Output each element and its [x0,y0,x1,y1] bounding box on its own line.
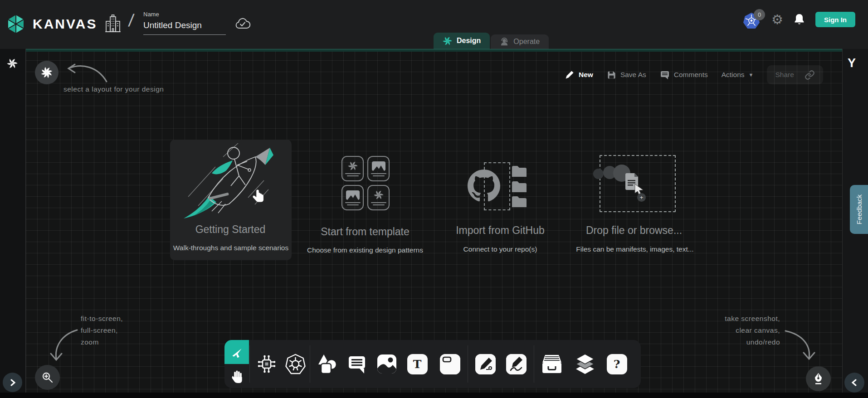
tab-operate[interactable]: Operate [491,34,549,49]
import-github-card[interactable] [467,170,531,215]
cloud-check-icon [234,17,251,31]
text-tool-button[interactable]: T [405,340,429,388]
comments-button[interactable]: Comments [660,70,708,80]
tab-design[interactable]: Design [434,33,490,49]
question-mark-icon: ? [607,354,627,374]
kanvas-app: KANVAS / Name Untitled Design [0,0,868,398]
getting-started-card[interactable] [170,140,292,260]
template-tile-pinwheel-icon [367,185,390,210]
comment-lines-icon [347,354,367,374]
circuit-node-icon [256,354,277,374]
cursor-icon [230,345,244,359]
pen-path-icon [475,354,496,374]
drop-subtitle: Files can be manifests, images, text... [535,245,735,253]
caret-down-icon: ▼ [749,72,754,78]
notification-count-badge: 0 [754,9,765,20]
logo-wordmark: KANVAS [33,16,97,32]
layers-icon [574,353,596,375]
comment-icon [660,70,670,80]
bell-icon[interactable] [793,13,805,26]
image-icon [376,354,397,374]
drawer-icon [541,354,563,374]
pencil-scribble-icon [506,354,527,374]
canvas-top-highlight [26,49,842,52]
collapse-right-panel-button[interactable] [844,373,864,393]
shortcut-hints-text: take screenshot, clear canvas, undo/redo [680,313,780,348]
link-icon [805,70,815,80]
drop-title: Drop file or browse... [543,224,725,237]
gear-icon[interactable]: ⚙ [771,13,783,26]
canvas-action-bar: New Save As Comments [565,66,823,83]
floppy-icon [607,70,616,80]
new-button[interactable]: New [565,70,593,80]
toolbar-separator [468,345,468,383]
right-rail-logo[interactable]: Y [848,56,856,70]
sign-in-button[interactable]: Sign In [815,12,855,27]
pencil-tool-button[interactable] [504,340,528,388]
note-tool-button[interactable] [438,340,462,388]
pan-tool-button[interactable] [224,364,249,388]
select-tool-button[interactable] [224,340,249,364]
layers-tool-button[interactable] [573,340,597,388]
expand-left-panel-button[interactable] [3,373,22,392]
toolbar-separator [534,345,534,383]
text-icon: T [407,354,428,374]
tab-design-label: Design [457,37,481,45]
left-rail [0,49,26,393]
zoom-hint-arrow [44,327,80,364]
app-logo[interactable]: KANVAS [5,14,97,34]
folder-icon [511,195,527,208]
feedback-tab[interactable]: Feedback [850,185,868,234]
pen-actions-button[interactable] [806,366,831,391]
template-tile-image-icon [367,156,390,181]
breadcrumb-separator: / [127,11,135,30]
hand-pointer-cursor-icon [251,189,266,205]
help-button[interactable]: ? [605,340,629,388]
folder-icon [511,165,527,178]
template-tile-image-icon [341,185,364,210]
shortcut-hint-arrow [783,327,821,364]
zoom-button[interactable] [35,365,60,390]
zoom-hints-text: fit-to-screen, full-screen, zoom [81,313,123,348]
drop-trail-circle [593,169,604,179]
drop-plus-badge: + [637,193,646,202]
kubernetes-status[interactable]: 0 [743,11,761,28]
header-right-controls: 0 ⚙ Sign In [743,11,855,28]
design-name-input[interactable]: Untitled Design [143,20,226,35]
tab-operate-label: Operate [513,38,540,46]
github-icon [467,170,501,202]
rocket-illustration [180,143,283,221]
mode-tabs: Design Operate [434,33,549,49]
save-as-button[interactable]: Save As [607,70,646,80]
template-tiles [341,156,390,210]
component-tool-button[interactable] [254,340,279,388]
image-tool-button[interactable] [375,340,399,388]
design-pinwheel-icon [443,36,452,46]
layout-picker-button[interactable] [35,61,59,84]
toolbar-separator [249,345,250,383]
building-icon[interactable] [105,15,121,34]
actions-dropdown[interactable]: Actions ▼ [722,71,754,79]
archive-tool-button[interactable] [540,340,564,388]
app-header: KANVAS / Name Untitled Design [0,0,868,49]
bottom-edge [0,393,868,398]
tool-palette: T [224,340,641,388]
shapes-tool-button[interactable] [315,340,340,388]
hex-logo-icon [5,14,26,34]
name-field-label: Name [143,11,226,18]
layout-hint-arrow [61,53,109,85]
shapes-icon [317,354,338,374]
magnifier-plus-icon [41,371,54,383]
note-tab-icon [440,354,460,374]
chevron-left-icon [851,379,858,387]
sidebar-pinwheel-icon[interactable] [7,58,18,69]
pen-tool-button[interactable] [473,340,497,388]
hand-icon [230,369,244,383]
toolbar-separator [310,345,310,383]
operator-headset-icon [500,37,509,46]
share-button[interactable]: Share [767,65,823,84]
comment-tool-button[interactable] [345,340,369,388]
kubernetes-tool-button[interactable] [283,340,307,388]
start-from-template-card[interactable] [341,156,391,215]
pen-nib-icon [812,372,824,385]
